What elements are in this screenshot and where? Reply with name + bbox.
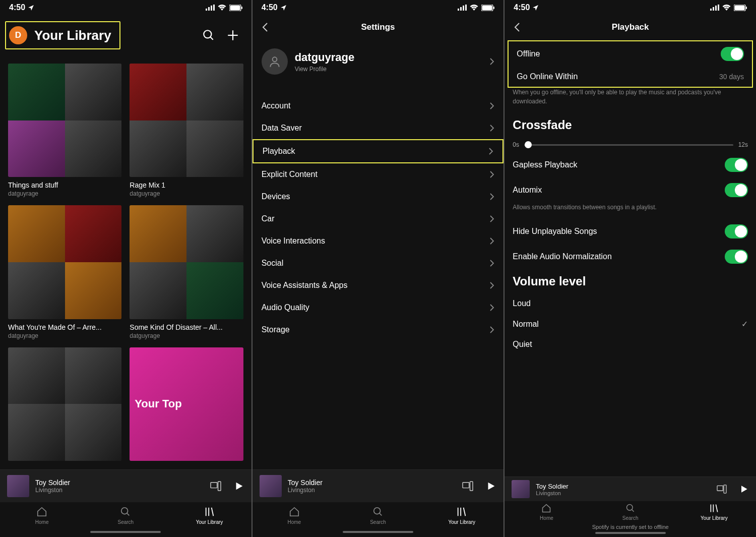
toggle-switch[interactable] [725,250,748,264]
devices-icon[interactable] [462,481,473,491]
library-title: Your Library [34,28,111,43]
toggle-switch[interactable] [725,224,748,238]
slider-thumb[interactable] [525,141,532,148]
settings-row-social[interactable]: Social [253,252,504,274]
svg-rect-38 [735,5,745,10]
tab-library[interactable]: Your Library [672,503,756,521]
playlist-card[interactable] [8,347,121,461]
signal-icon [710,5,719,11]
user-avatar[interactable]: D [9,26,27,44]
settings-row-voice[interactable]: Voice Interactions [253,230,504,252]
offline-banner: Spotify is currently set to offline [505,522,756,531]
tab-library[interactable]: Your Library [167,506,251,525]
go-online-row[interactable]: Go Online Within 30 days [509,67,752,87]
wifi-icon [722,5,731,11]
location-icon [532,5,539,11]
normalization-toggle-row[interactable]: Enable Audio Normalization [505,244,756,269]
svg-rect-1 [208,7,210,11]
automix-toggle-row[interactable]: Automix [505,177,756,203]
volume-option-normal[interactable]: Normal✓ [505,314,756,334]
svg-line-46 [716,505,717,512]
back-icon[interactable] [262,22,269,32]
back-icon[interactable] [514,22,521,32]
settings-row-assistants[interactable]: Voice Assistants & Apps [253,274,504,296]
tab-bar: Home Search Your Library [253,502,504,528]
svg-rect-27 [470,482,473,491]
tab-home[interactable]: Home [0,506,84,525]
svg-point-25 [272,57,277,62]
devices-icon[interactable] [717,485,727,494]
hide-unplayable-toggle-row[interactable]: Hide Unplayable Songs [505,219,756,244]
now-playing-title: Toy Soldier [536,483,711,490]
screen-library: 4:50 D Your Library [0,0,251,537]
settings-row-account[interactable]: Account [253,95,504,117]
svg-rect-12 [218,482,220,491]
volume-option-quiet[interactable]: Quiet [505,334,756,354]
svg-rect-2 [211,6,212,11]
playlist-subtitle: datguyrage [8,190,121,197]
automix-help-text: Allows smooth transitions between songs … [505,203,756,219]
home-indicator[interactable] [343,531,413,533]
play-icon[interactable] [739,484,749,494]
chevron-right-icon [489,102,494,110]
now-playing-bar[interactable]: Toy Soldier Livingston [253,469,504,502]
playlist-card[interactable]: What You're Made Of – Arre... datguyrage [8,205,121,339]
now-playing-bar[interactable]: Toy Soldier Livingston [0,469,251,502]
settings-row-car[interactable]: Car [253,208,504,230]
toggle-switch[interactable] [721,47,744,61]
playlist-subtitle: datguyrage [130,190,243,197]
svg-rect-3 [213,5,215,11]
settings-row-data-saver[interactable]: Data Saver [253,117,504,139]
tab-search[interactable]: Search [589,503,672,521]
tab-bar: Home Search Your Library [505,501,756,522]
svg-rect-5 [230,5,240,10]
devices-icon[interactable] [210,481,221,491]
svg-rect-34 [713,7,714,11]
tab-library[interactable]: Your Library [420,506,503,525]
add-icon[interactable] [226,29,239,42]
playlist-card[interactable]: Some Kind Of Disaster – All... datguyrag… [130,205,243,339]
home-indicator[interactable] [595,532,666,534]
playlist-title: What You're Made Of – Arre... [8,323,121,331]
settings-row-playback[interactable]: Playback [253,139,504,163]
play-icon[interactable] [485,481,496,492]
search-icon [625,503,636,513]
svg-rect-19 [460,7,462,11]
volume-option-loud[interactable]: Loud [505,293,756,314]
tab-search[interactable]: Search [84,506,167,525]
gapless-toggle-row[interactable]: Gapless Playback [505,152,756,177]
settings-row-storage[interactable]: Storage [253,319,504,341]
profile-row[interactable]: datguyrage View Profile [253,40,504,83]
playlist-card[interactable]: Rage Mix 1 datguyrage [130,64,243,197]
now-playing-cover [512,480,530,498]
tab-search[interactable]: Search [336,506,420,525]
crossfade-title: Crossfade [505,113,756,137]
home-indicator[interactable] [90,531,161,533]
toggle-switch[interactable] [725,183,748,197]
screen-playback: 4:50 Playback Offline Go Online Within 3… [505,0,756,537]
offline-toggle-row[interactable]: Offline [509,41,752,67]
volume-title: Volume level [505,269,756,293]
playlist-card[interactable]: Your Top [130,347,243,461]
play-icon[interactable] [233,481,244,492]
now-playing-cover [7,475,29,497]
tab-home[interactable]: Home [253,506,336,525]
now-playing-bar[interactable]: Toy Soldier Livingston [505,476,756,501]
toggle-switch[interactable] [725,158,748,172]
now-playing-artist: Livingston [35,487,204,494]
settings-row-devices[interactable]: Devices [253,186,504,208]
playlist-card[interactable]: Things and stuff datguyrage [8,64,121,197]
svg-rect-35 [715,6,717,11]
svg-rect-41 [724,485,726,493]
settings-row-audio[interactable]: Audio Quality [253,296,504,319]
signal-icon [206,5,215,11]
svg-point-7 [204,30,211,38]
settings-row-explicit[interactable]: Explicit Content [253,163,504,186]
tab-home[interactable]: Home [505,503,588,521]
profile-avatar-icon [262,48,288,75]
crossfade-slider[interactable]: 0s 12s [505,137,756,152]
search-icon [120,506,131,517]
svg-rect-6 [241,7,242,9]
search-icon[interactable] [202,29,215,42]
svg-line-29 [380,513,382,516]
